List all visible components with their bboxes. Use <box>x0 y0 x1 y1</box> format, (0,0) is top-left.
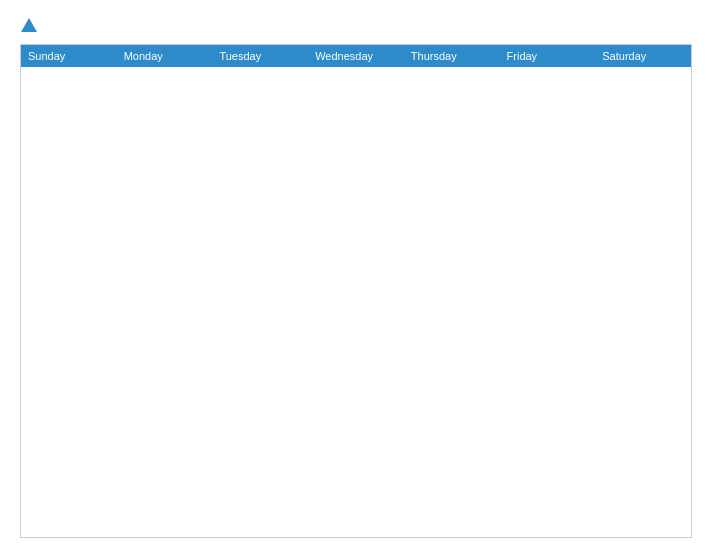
day-of-week-header: Monday <box>117 45 213 67</box>
weeks-container <box>21 67 691 537</box>
day-of-week-header: Saturday <box>595 45 691 67</box>
day-of-week-header: Tuesday <box>212 45 308 67</box>
day-of-week-header: Sunday <box>21 45 117 67</box>
header <box>20 18 692 34</box>
days-header: SundayMondayTuesdayWednesdayThursdayFrid… <box>21 45 691 67</box>
logo-triangle-icon <box>21 18 37 32</box>
day-of-week-header: Thursday <box>404 45 500 67</box>
day-of-week-header: Friday <box>500 45 596 67</box>
day-of-week-header: Wednesday <box>308 45 404 67</box>
calendar: SundayMondayTuesdayWednesdayThursdayFrid… <box>20 44 692 538</box>
logo <box>20 18 38 34</box>
page: SundayMondayTuesdayWednesdayThursdayFrid… <box>0 0 712 550</box>
